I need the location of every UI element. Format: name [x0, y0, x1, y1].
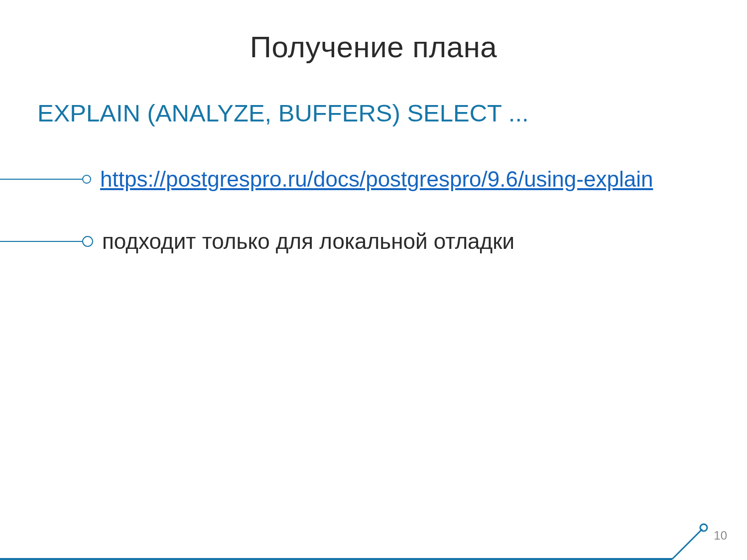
subtitle: EXPLAIN (ANALYZE, BUFFERS) SELECT ...	[37, 99, 747, 127]
bullet-connector-line	[0, 179, 82, 180]
slide-title: Получение плана	[0, 30, 747, 64]
bullet-item: https://postgrespro.ru/docs/postgrespro/…	[0, 167, 747, 192]
documentation-link[interactable]: https://postgrespro.ru/docs/postgrespro/…	[100, 167, 653, 192]
page-number: 10	[714, 529, 727, 543]
svg-line-1	[672, 529, 702, 559]
bottom-accent-decoration	[0, 520, 747, 560]
bullet-connector-line	[0, 241, 82, 242]
bullet-text: подходит только для локальной отладки	[102, 229, 514, 254]
bullet-circle-icon	[82, 236, 93, 247]
svg-point-2	[700, 524, 707, 531]
bullet-item: подходит только для локальной отладки	[0, 229, 747, 254]
slide-content: EXPLAIN (ANALYZE, BUFFERS) SELECT ... ht…	[0, 99, 747, 254]
bullet-circle-icon	[82, 175, 91, 184]
